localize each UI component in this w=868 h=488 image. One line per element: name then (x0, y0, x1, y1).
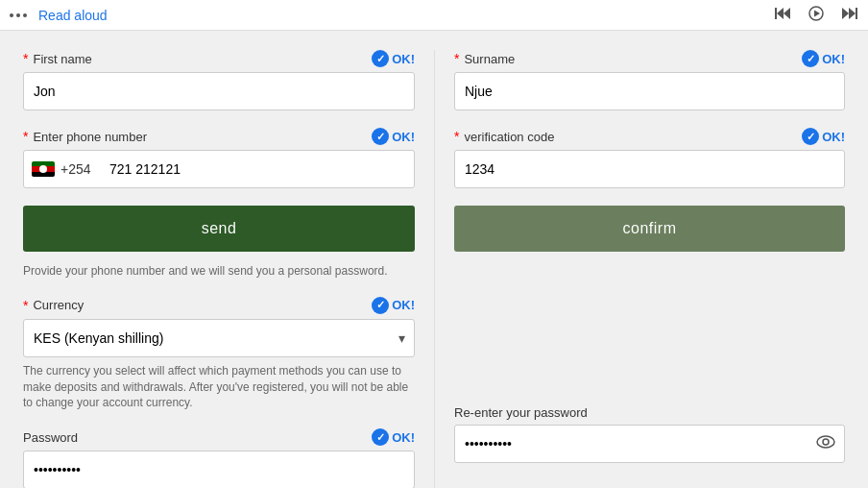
reenter-password-wrapper (454, 425, 845, 463)
surname-group: * Surname ✓ OK! (454, 50, 845, 110)
send-group: send Provide your phone number and we wi… (23, 206, 415, 280)
currency-group: * Currency ✓ OK! KES (Kenyan shilling) U… (23, 297, 415, 411)
required-star: * (23, 51, 28, 66)
password-label: Password (23, 430, 78, 445)
kenya-flag-icon (32, 161, 55, 177)
menu-dots[interactable] (10, 13, 27, 17)
main-content: * First name ✓ OK! * Enter phone number … (0, 31, 868, 488)
verification-group: * verification code ✓ OK! (454, 128, 845, 188)
surname-label-row: * Surname ✓ OK! (454, 50, 845, 67)
svg-point-9 (823, 439, 829, 445)
surname-ok: ✓ OK! (802, 50, 845, 67)
reenter-password-label-row: Re-enter your password (454, 405, 845, 420)
required-star-phone: * (23, 129, 28, 144)
svg-marker-7 (842, 8, 849, 19)
ok-checkmark-icon-password: ✓ (372, 428, 389, 446)
svg-marker-0 (777, 8, 784, 19)
ok-checkmark-icon: ✓ (372, 50, 389, 67)
ok-checkmark-icon-verification: ✓ (802, 128, 819, 145)
svg-point-8 (817, 436, 834, 448)
first-name-label: First name (33, 52, 91, 66)
svg-marker-5 (849, 8, 856, 19)
phone-input-wrapper: +254 (23, 150, 415, 188)
svg-rect-1 (775, 8, 777, 19)
play-button[interactable] (808, 6, 824, 25)
svg-marker-2 (784, 8, 790, 19)
currency-hint: The currency you select will affect whic… (23, 363, 415, 411)
right-column: * Surname ✓ OK! * verification code ✓ O (434, 50, 845, 488)
required-star-currency: * (23, 298, 28, 313)
first-name-input[interactable] (23, 72, 415, 110)
password-label-row: Password ✓ OK! (23, 428, 415, 446)
reenter-password-group: Re-enter your password (454, 405, 845, 463)
password-ok: ✓ OK! (372, 428, 415, 446)
first-name-ok: ✓ OK! (372, 50, 415, 67)
currency-ok: ✓ OK! (372, 297, 415, 314)
send-hint: Provide your phone number and we will se… (23, 263, 415, 280)
password-group: Password ✓ OK! (23, 428, 415, 488)
reenter-password-input[interactable] (454, 425, 845, 463)
verification-ok: ✓ OK! (802, 128, 845, 145)
ok-checkmark-icon-phone: ✓ (372, 128, 389, 145)
currency-select[interactable]: KES (Kenyan shilling) USD (US Dollar) EU… (23, 319, 415, 357)
currency-label: Currency (33, 298, 84, 312)
ok-checkmark-icon-currency: ✓ (372, 297, 389, 314)
send-button[interactable]: send (23, 206, 415, 252)
phone-group: * Enter phone number ✓ OK! +254 (23, 128, 415, 188)
currency-select-wrapper: KES (Kenyan shilling) USD (US Dollar) EU… (23, 319, 415, 357)
first-name-group: * First name ✓ OK! (23, 50, 415, 110)
phone-label-row: * Enter phone number ✓ OK! (23, 128, 415, 145)
phone-code: +254 (60, 161, 104, 177)
confirm-button[interactable]: confirm (454, 206, 845, 252)
required-star-verification: * (454, 129, 459, 144)
surname-input[interactable] (454, 72, 845, 110)
verification-label: verification code (464, 130, 554, 144)
playback-controls (774, 6, 858, 25)
top-bar: Read aloud (0, 0, 868, 31)
first-name-label-row: * First name ✓ OK! (23, 50, 415, 67)
svg-rect-6 (856, 8, 857, 19)
currency-label-row: * Currency ✓ OK! (23, 297, 415, 314)
show-password-button[interactable] (816, 435, 835, 452)
confirm-group: confirm (454, 206, 845, 252)
svg-marker-4 (814, 10, 820, 16)
ok-checkmark-icon-surname: ✓ (802, 50, 819, 67)
next-button[interactable] (841, 6, 858, 25)
required-star-surname: * (454, 51, 459, 66)
phone-number-input[interactable] (109, 161, 406, 177)
password-input[interactable] (23, 451, 415, 488)
verification-label-row: * verification code ✓ OK! (454, 128, 845, 145)
reenter-password-label: Re-enter your password (454, 405, 588, 420)
left-column: * First name ✓ OK! * Enter phone number … (23, 50, 434, 488)
read-aloud-label[interactable]: Read aloud (38, 8, 108, 23)
phone-ok: ✓ OK! (372, 128, 415, 145)
prev-button[interactable] (774, 6, 791, 25)
verification-input[interactable] (454, 150, 845, 188)
phone-label: Enter phone number (33, 130, 147, 144)
surname-label: Surname (464, 52, 515, 66)
